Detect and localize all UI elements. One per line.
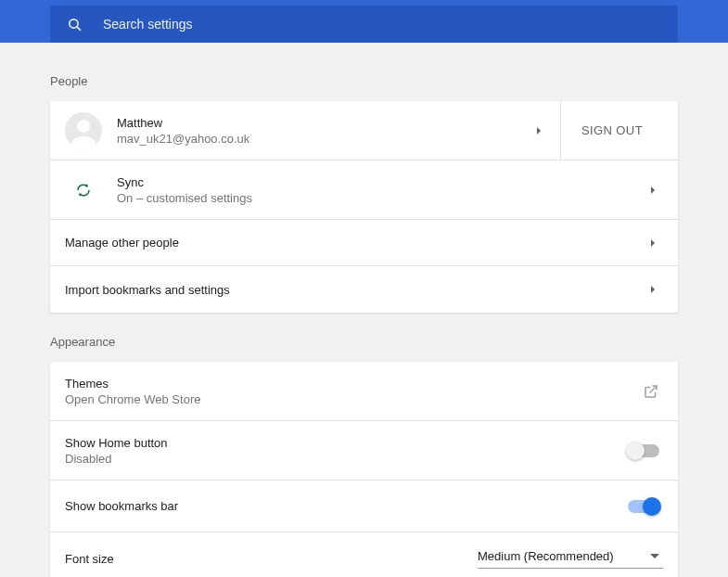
section-title-people: People (50, 74, 678, 88)
bookmarks-bar-toggle[interactable] (628, 500, 659, 513)
manage-other-people-row[interactable]: Manage other people (50, 220, 678, 266)
svg-point-0 (70, 19, 78, 27)
home-button-toggle[interactable] (628, 444, 659, 457)
bookmarks-bar-row: Show bookmarks bar (50, 481, 678, 532)
account-name: Matthew (117, 116, 530, 130)
toggle-knob (626, 442, 645, 460)
font-size-select[interactable]: Medium (Recommended) (478, 549, 663, 569)
themes-title: Themes (65, 377, 639, 391)
font-size-value: Medium (Recommended) (478, 549, 614, 563)
bookmarks-bar-title: Show bookmarks bar (65, 499, 628, 513)
font-size-title: Font size (65, 552, 478, 566)
sync-row[interactable]: Sync On – customised settings (50, 160, 678, 220)
toggle-knob (643, 497, 661, 516)
home-button-row: Show Home button Disabled (50, 421, 678, 481)
themes-subtitle: Open Chrome Web Store (65, 392, 639, 406)
sync-text: Sync On – customised settings (117, 164, 645, 216)
account-email: mav_uk21@yahoo.co.uk (117, 132, 530, 146)
svg-line-1 (77, 26, 81, 30)
font-size-text: Font size (65, 541, 478, 577)
section-title-appearance: Appearance (50, 335, 678, 349)
font-size-row: Font size Medium (Recommended) (50, 532, 678, 577)
avatar (65, 112, 102, 149)
chevron-right-icon (645, 285, 663, 294)
chevron-right-icon (645, 238, 663, 248)
themes-text: Themes Open Chrome Web Store (65, 365, 639, 417)
search-bar[interactable] (50, 6, 678, 43)
dropdown-arrow-icon (650, 554, 659, 558)
account-text: Matthew mav_uk21@yahoo.co.uk (117, 105, 530, 157)
home-button-status: Disabled (65, 452, 628, 466)
sign-out-button[interactable]: SIGN OUT (561, 101, 663, 160)
bookmarks-bar-text: Show bookmarks bar (65, 488, 628, 524)
import-bookmarks-row[interactable]: Import bookmarks and settings (50, 266, 678, 313)
sync-icon (65, 182, 102, 199)
themes-row[interactable]: Themes Open Chrome Web Store (50, 362, 678, 421)
manage-other-people-label: Manage other people (65, 236, 645, 250)
search-icon (67, 17, 83, 32)
chevron-right-icon (530, 126, 549, 135)
external-link-icon (639, 383, 663, 400)
header-bar (0, 0, 728, 43)
account-row[interactable]: Matthew mav_uk21@yahoo.co.uk SIGN OUT (50, 101, 678, 160)
settings-content: People Matthew mav_uk21@yahoo.co.uk SIGN… (0, 43, 728, 577)
import-bookmarks-label: Import bookmarks and settings (65, 283, 645, 297)
svg-line-3 (650, 386, 658, 393)
people-card: Matthew mav_uk21@yahoo.co.uk SIGN OUT Sy… (50, 101, 678, 313)
search-input[interactable] (103, 17, 661, 32)
sync-title: Sync (117, 175, 645, 189)
home-button-title: Show Home button (65, 436, 628, 450)
svg-point-2 (77, 120, 90, 133)
appearance-card: Themes Open Chrome Web Store Show Home b… (50, 362, 678, 577)
home-button-text: Show Home button Disabled (65, 425, 628, 477)
chevron-right-icon (645, 186, 663, 195)
sync-status: On – customised settings (117, 191, 645, 205)
